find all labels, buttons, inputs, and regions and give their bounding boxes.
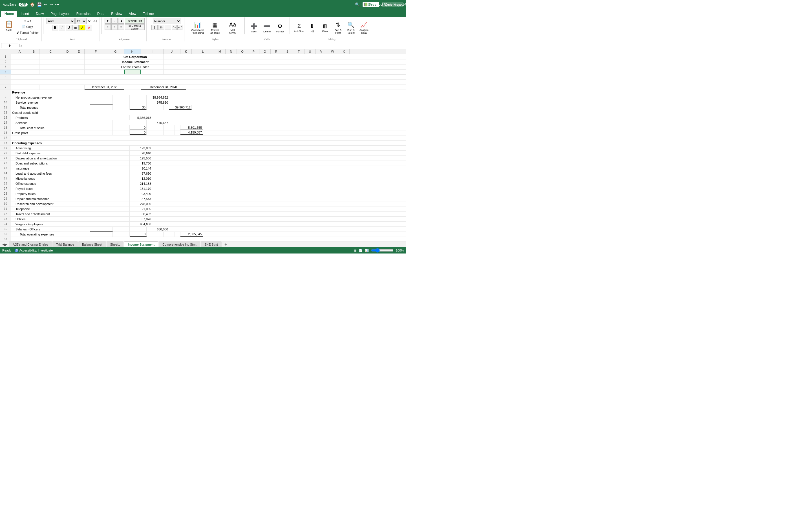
merge-center-button[interactable]: ⊞ Merge & Center [125,24,145,30]
cell-G9[interactable] [113,95,130,100]
cell-J11[interactable] [152,105,163,110]
tab-tell-me[interactable]: Tell me [140,11,157,17]
cell-A13[interactable]: Products [11,115,73,120]
cell-E4[interactable] [73,69,85,74]
tab-data[interactable]: Data [94,11,108,17]
cell-B4[interactable] [28,69,40,74]
col-header-T[interactable]: T [293,49,305,54]
cell-rest-24[interactable] [73,171,130,176]
cell-A25[interactable]: Miscellaneous [11,176,73,181]
cell-J36[interactable] [163,232,175,237]
cell-A26[interactable]: Office expense [11,181,73,186]
formula-input[interactable] [23,44,405,47]
cell-I27[interactable]: 131,170 [130,186,152,191]
cell-rest-34[interactable] [73,222,130,226]
cell-H36[interactable]: 0 [130,232,147,237]
cell-rest-29[interactable] [73,196,130,201]
cell-A7[interactable] [11,85,28,90]
cell-G1[interactable]: CM Corporation [107,54,163,59]
cell-A4[interactable] [11,69,28,74]
cell-B16[interactable] [73,130,90,135]
comma-button[interactable]: , [165,25,171,30]
col-header-J[interactable]: J [163,49,181,54]
cell-A1[interactable] [11,54,28,59]
cell-I15[interactable] [147,125,163,130]
col-header-L[interactable]: L [192,49,214,54]
home-icon[interactable]: 🏠 [30,2,35,7]
col-header-Q[interactable]: Q [259,49,271,54]
col-header-H[interactable]: H [124,49,141,54]
cell-rest-28[interactable] [73,191,130,196]
col-header-F[interactable]: F [85,49,107,54]
tab-comprehensive-inc[interactable]: Comprehensive Inc Stmt [159,241,200,247]
cell-I33[interactable]: 37,876 [130,217,152,221]
currency-button[interactable]: $ [151,25,158,30]
cell-I24[interactable]: 87,650 [130,171,152,176]
cell-A18[interactable]: Operating expenses [11,140,73,145]
cell-F14[interactable] [90,120,113,125]
cell-C1[interactable] [40,54,62,59]
tab-balance-sheet[interactable]: Balance Sheet [79,241,106,247]
cell-rest-13[interactable] [73,115,130,120]
col-header-I[interactable]: I [141,49,163,54]
cell-rest-21[interactable] [73,156,130,161]
cell-I21[interactable]: 125,500 [130,156,152,161]
cell-I7[interactable]: December 31, 20x0 [141,85,186,90]
cell-A11[interactable]: Total revenue [11,105,73,110]
cell-A22[interactable]: Dues and subscriptions [11,161,73,166]
find-select-button[interactable]: 🔍 Find &Select [345,19,357,37]
clear-button[interactable]: 🗑 Clear [319,19,331,37]
col-header-P[interactable]: P [248,49,259,54]
cell-D2[interactable] [62,59,73,64]
cell-F4[interactable] [85,69,107,74]
cell-G36[interactable] [113,232,130,237]
cell-rest-30[interactable] [73,202,130,206]
cell-I1[interactable] [163,54,186,59]
cell-K16[interactable] [175,130,181,135]
col-header-E[interactable]: E [73,49,85,54]
more-icon[interactable]: ••• [55,2,59,7]
cell-rest-12[interactable] [73,110,152,115]
cell-A5[interactable] [11,75,152,79]
redo-icon[interactable]: ↪ [50,2,53,7]
cell-H15[interactable]: 0 [130,125,147,130]
cell-L16[interactable]: 4,159,057 [181,130,203,135]
number-format-select[interactable]: Number Currency Percentage [153,18,181,24]
next-sheet-button[interactable]: ▶ [5,242,7,246]
cell-J15[interactable] [163,125,175,130]
cell-F2[interactable] [85,59,107,64]
cell-rest-27[interactable] [73,186,130,191]
cell-B35[interactable] [73,227,90,231]
col-header-V[interactable]: V [316,49,327,54]
cell-A33[interactable]: Utilities [11,217,73,221]
cell-E2[interactable] [73,59,85,64]
undo-icon[interactable]: ↩ [44,2,47,7]
decrease-decimal-button[interactable]: ←.0 [177,25,183,30]
cell-F16[interactable] [90,130,113,135]
tab-income-statement[interactable]: Income Statement [124,241,158,247]
fill-button[interactable]: ⬇ Fill [306,19,318,37]
cell-A32[interactable]: Travel and entertainment [11,212,73,216]
cell-A6[interactable] [11,80,152,84]
col-header-R[interactable]: R [271,49,282,54]
cell-A28[interactable]: Property taxes [11,191,73,196]
col-header-O[interactable]: O [237,49,248,54]
cell-I29[interactable]: 37,543 [130,196,152,201]
cell-C3[interactable] [40,64,62,69]
cell-I10[interactable]: 975,860 [147,100,169,105]
align-left-button[interactable]: ≡ [105,24,111,30]
cell-F7[interactable]: December 31, 20x1 [85,85,124,90]
align-middle-button[interactable]: ↔ [111,18,117,24]
name-box[interactable]: H4 [1,43,18,48]
cell-A24[interactable]: Legal and accounting fees [11,171,73,176]
cell-B1[interactable] [28,54,40,59]
cell-A30[interactable]: Research and development [11,202,73,206]
cell-F10[interactable] [90,100,113,105]
cell-A21[interactable]: Depreciation and amortization [11,156,73,161]
tab-page-layout[interactable]: Page Layout [47,11,73,17]
cell-I22[interactable]: 19,730 [130,161,152,166]
italic-button[interactable]: I [59,25,65,31]
cell-rest-22[interactable] [73,161,130,166]
align-bottom-button[interactable]: ⬇ [118,18,124,24]
col-header-K[interactable]: K [181,49,192,54]
